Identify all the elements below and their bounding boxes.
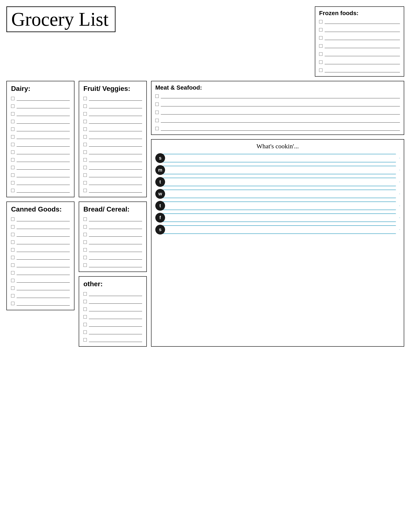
checkbox[interactable] — [319, 36, 323, 39]
list-item — [83, 323, 142, 327]
checkbox[interactable] — [83, 97, 87, 100]
checkbox[interactable] — [319, 44, 323, 48]
frozen-foods-list — [319, 19, 400, 72]
checkbox[interactable] — [83, 158, 87, 162]
item-line — [89, 127, 142, 131]
checkbox[interactable] — [11, 225, 14, 228]
checkbox[interactable] — [11, 271, 14, 275]
checkbox[interactable] — [83, 225, 87, 228]
checkbox[interactable] — [83, 120, 87, 123]
checkbox[interactable] — [11, 135, 14, 139]
checkbox[interactable] — [11, 189, 14, 192]
checkbox[interactable] — [83, 135, 87, 139]
list-item — [83, 292, 142, 296]
checkbox[interactable] — [11, 302, 14, 305]
day-badge-t2[interactable]: t — [155, 201, 165, 211]
frozen-foods-title: Frozen foods: — [319, 10, 400, 17]
checkbox[interactable] — [11, 294, 14, 297]
list-item — [155, 118, 400, 123]
checkbox[interactable] — [11, 158, 14, 162]
checkbox[interactable] — [11, 248, 14, 252]
day-badge-s2[interactable]: s — [155, 225, 165, 235]
checkbox[interactable] — [319, 20, 323, 23]
item-line — [17, 135, 70, 139]
checkbox[interactable] — [11, 233, 14, 236]
day-arrow-friday[interactable] — [163, 213, 400, 222]
checkbox[interactable] — [11, 97, 14, 100]
checkbox[interactable] — [11, 104, 14, 108]
day-badge-f[interactable]: f — [155, 213, 165, 223]
checkbox[interactable] — [11, 264, 14, 267]
checkbox[interactable] — [155, 103, 159, 106]
list-item — [83, 173, 142, 177]
item-line — [17, 158, 70, 162]
checkbox[interactable] — [83, 264, 87, 267]
checkbox[interactable] — [83, 338, 87, 342]
checkbox[interactable] — [83, 315, 87, 319]
checkbox[interactable] — [11, 112, 14, 115]
checkbox[interactable] — [11, 143, 14, 146]
checkbox[interactable] — [83, 323, 87, 326]
page-title: Grocery List — [11, 9, 109, 30]
day-arrow-sunday[interactable] — [163, 154, 400, 162]
list-item — [11, 96, 70, 101]
checkbox[interactable] — [83, 127, 87, 131]
day-badge-m[interactable]: m — [155, 165, 165, 175]
checkbox[interactable] — [11, 279, 14, 282]
list-item — [83, 217, 142, 221]
checkbox[interactable] — [83, 151, 87, 154]
day-badge-t1[interactable]: t — [155, 177, 165, 187]
checkbox[interactable] — [11, 151, 14, 154]
checkbox[interactable] — [83, 104, 87, 108]
checkbox[interactable] — [83, 189, 87, 192]
checkbox[interactable] — [83, 331, 87, 334]
item-line — [89, 338, 142, 342]
checkbox[interactable] — [11, 256, 14, 259]
day-arrow-thursday[interactable] — [163, 201, 400, 210]
checkbox[interactable] — [83, 112, 87, 115]
day-badge-w[interactable]: w — [155, 189, 165, 199]
checkbox[interactable] — [83, 256, 87, 259]
checkbox[interactable] — [83, 218, 87, 221]
checkbox[interactable] — [155, 127, 159, 130]
list-item — [83, 135, 142, 139]
checkbox[interactable] — [155, 95, 159, 98]
checkbox[interactable] — [11, 218, 14, 221]
checkbox[interactable] — [319, 52, 323, 56]
checkbox[interactable] — [83, 143, 87, 146]
checkbox[interactable] — [11, 240, 14, 244]
checkbox[interactable] — [319, 68, 323, 72]
checkbox[interactable] — [83, 166, 87, 169]
list-item — [11, 248, 70, 252]
day-badge-s1[interactable]: s — [155, 153, 165, 163]
checkbox[interactable] — [11, 173, 14, 177]
checkbox[interactable] — [83, 181, 87, 184]
checkbox[interactable] — [83, 307, 87, 311]
day-arrow-saturday[interactable] — [163, 225, 400, 234]
day-arrow-wednesday[interactable] — [163, 190, 400, 198]
checkbox[interactable] — [155, 111, 159, 114]
day-arrow-tuesday[interactable] — [163, 178, 400, 186]
checkbox[interactable] — [319, 60, 323, 64]
day-arrow-monday[interactable] — [163, 166, 400, 174]
checkbox[interactable] — [11, 166, 14, 169]
checkbox[interactable] — [11, 127, 14, 131]
item-line — [89, 181, 142, 185]
list-item — [319, 28, 400, 32]
checkbox[interactable] — [83, 240, 87, 244]
checkbox[interactable] — [83, 233, 87, 236]
checkbox[interactable] — [319, 28, 323, 31]
checkbox[interactable] — [11, 181, 14, 184]
header-left: Grocery List — [6, 6, 311, 36]
checkbox[interactable] — [155, 119, 159, 122]
title-box: Grocery List — [6, 6, 115, 32]
checkbox[interactable] — [11, 120, 14, 123]
checkbox[interactable] — [83, 300, 87, 303]
item-line — [17, 217, 70, 221]
checkbox[interactable] — [83, 248, 87, 252]
checkbox[interactable] — [83, 173, 87, 177]
checkbox[interactable] — [83, 292, 87, 295]
fruit-veggies-title: Fruit/ Veggies: — [83, 85, 142, 93]
checkbox[interactable] — [11, 286, 14, 290]
item-line — [89, 315, 142, 319]
